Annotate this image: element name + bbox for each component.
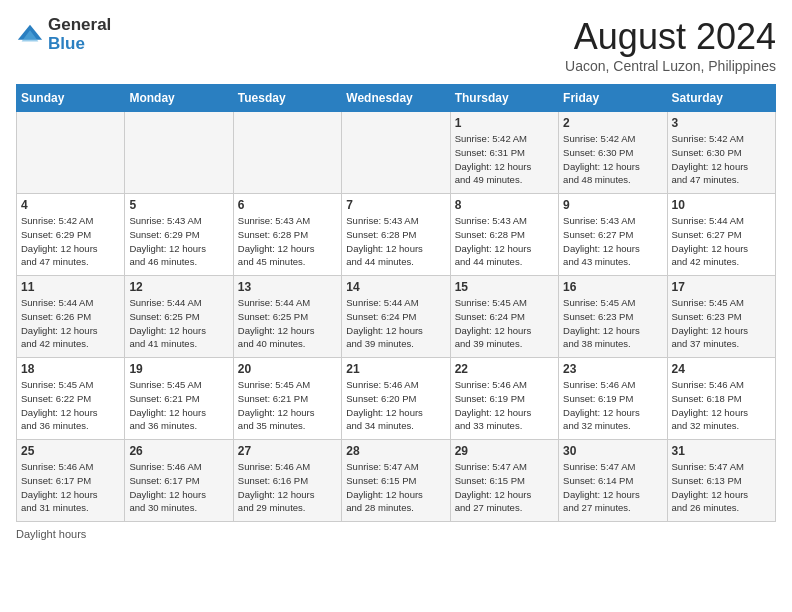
calendar-cell: 29Sunrise: 5:47 AMSunset: 6:15 PMDayligh… [450, 440, 558, 522]
calendar-cell: 14Sunrise: 5:44 AMSunset: 6:24 PMDayligh… [342, 276, 450, 358]
day-info: Sunrise: 5:43 AMSunset: 6:27 PMDaylight:… [563, 214, 662, 269]
day-number: 24 [672, 362, 771, 376]
day-info: Sunrise: 5:43 AMSunset: 6:29 PMDaylight:… [129, 214, 228, 269]
footer: Daylight hours [16, 528, 776, 540]
day-info: Sunrise: 5:43 AMSunset: 6:28 PMDaylight:… [238, 214, 337, 269]
day-info: Sunrise: 5:44 AMSunset: 6:25 PMDaylight:… [129, 296, 228, 351]
day-info: Sunrise: 5:46 AMSunset: 6:16 PMDaylight:… [238, 460, 337, 515]
day-number: 14 [346, 280, 445, 294]
calendar-cell: 4Sunrise: 5:42 AMSunset: 6:29 PMDaylight… [17, 194, 125, 276]
logo-icon [16, 21, 44, 49]
calendar-cell: 15Sunrise: 5:45 AMSunset: 6:24 PMDayligh… [450, 276, 558, 358]
day-info: Sunrise: 5:42 AMSunset: 6:29 PMDaylight:… [21, 214, 120, 269]
day-number: 11 [21, 280, 120, 294]
day-info: Sunrise: 5:47 AMSunset: 6:14 PMDaylight:… [563, 460, 662, 515]
calendar-cell: 22Sunrise: 5:46 AMSunset: 6:19 PMDayligh… [450, 358, 558, 440]
day-number: 17 [672, 280, 771, 294]
day-info: Sunrise: 5:46 AMSunset: 6:19 PMDaylight:… [455, 378, 554, 433]
day-number: 4 [21, 198, 120, 212]
day-info: Sunrise: 5:46 AMSunset: 6:18 PMDaylight:… [672, 378, 771, 433]
day-info: Sunrise: 5:43 AMSunset: 6:28 PMDaylight:… [346, 214, 445, 269]
calendar-cell: 23Sunrise: 5:46 AMSunset: 6:19 PMDayligh… [559, 358, 667, 440]
calendar-week-row: 25Sunrise: 5:46 AMSunset: 6:17 PMDayligh… [17, 440, 776, 522]
day-number: 21 [346, 362, 445, 376]
weekday-header-row: SundayMondayTuesdayWednesdayThursdayFrid… [17, 85, 776, 112]
calendar-table: SundayMondayTuesdayWednesdayThursdayFrid… [16, 84, 776, 522]
day-number: 6 [238, 198, 337, 212]
weekday-header-friday: Friday [559, 85, 667, 112]
day-info: Sunrise: 5:45 AMSunset: 6:21 PMDaylight:… [238, 378, 337, 433]
day-number: 9 [563, 198, 662, 212]
logo: General Blue [16, 16, 111, 53]
calendar-cell: 25Sunrise: 5:46 AMSunset: 6:17 PMDayligh… [17, 440, 125, 522]
day-number: 15 [455, 280, 554, 294]
calendar-cell: 31Sunrise: 5:47 AMSunset: 6:13 PMDayligh… [667, 440, 775, 522]
day-number: 10 [672, 198, 771, 212]
day-number: 31 [672, 444, 771, 458]
weekday-header-monday: Monday [125, 85, 233, 112]
calendar-cell: 19Sunrise: 5:45 AMSunset: 6:21 PMDayligh… [125, 358, 233, 440]
day-info: Sunrise: 5:46 AMSunset: 6:20 PMDaylight:… [346, 378, 445, 433]
calendar-week-row: 4Sunrise: 5:42 AMSunset: 6:29 PMDaylight… [17, 194, 776, 276]
calendar-cell: 30Sunrise: 5:47 AMSunset: 6:14 PMDayligh… [559, 440, 667, 522]
calendar-cell: 17Sunrise: 5:45 AMSunset: 6:23 PMDayligh… [667, 276, 775, 358]
day-number: 7 [346, 198, 445, 212]
day-info: Sunrise: 5:44 AMSunset: 6:25 PMDaylight:… [238, 296, 337, 351]
day-number: 23 [563, 362, 662, 376]
day-info: Sunrise: 5:42 AMSunset: 6:30 PMDaylight:… [672, 132, 771, 187]
day-info: Sunrise: 5:45 AMSunset: 6:23 PMDaylight:… [563, 296, 662, 351]
day-info: Sunrise: 5:43 AMSunset: 6:28 PMDaylight:… [455, 214, 554, 269]
calendar-cell [125, 112, 233, 194]
day-info: Sunrise: 5:42 AMSunset: 6:30 PMDaylight:… [563, 132, 662, 187]
day-number: 20 [238, 362, 337, 376]
day-number: 28 [346, 444, 445, 458]
logo-general: General [48, 16, 111, 35]
calendar-cell [233, 112, 341, 194]
calendar-cell: 2Sunrise: 5:42 AMSunset: 6:30 PMDaylight… [559, 112, 667, 194]
logo-blue: Blue [48, 35, 111, 54]
calendar-cell: 18Sunrise: 5:45 AMSunset: 6:22 PMDayligh… [17, 358, 125, 440]
daylight-label: Daylight hours [16, 528, 86, 540]
day-number: 30 [563, 444, 662, 458]
day-info: Sunrise: 5:44 AMSunset: 6:24 PMDaylight:… [346, 296, 445, 351]
calendar-cell: 13Sunrise: 5:44 AMSunset: 6:25 PMDayligh… [233, 276, 341, 358]
day-info: Sunrise: 5:47 AMSunset: 6:13 PMDaylight:… [672, 460, 771, 515]
day-number: 26 [129, 444, 228, 458]
day-number: 5 [129, 198, 228, 212]
calendar-cell: 8Sunrise: 5:43 AMSunset: 6:28 PMDaylight… [450, 194, 558, 276]
day-number: 19 [129, 362, 228, 376]
calendar-cell: 7Sunrise: 5:43 AMSunset: 6:28 PMDaylight… [342, 194, 450, 276]
logo-text: General Blue [48, 16, 111, 53]
location-subtitle: Uacon, Central Luzon, Philippines [565, 58, 776, 74]
weekday-header-thursday: Thursday [450, 85, 558, 112]
day-info: Sunrise: 5:44 AMSunset: 6:27 PMDaylight:… [672, 214, 771, 269]
calendar-cell: 20Sunrise: 5:45 AMSunset: 6:21 PMDayligh… [233, 358, 341, 440]
day-number: 29 [455, 444, 554, 458]
calendar-cell: 24Sunrise: 5:46 AMSunset: 6:18 PMDayligh… [667, 358, 775, 440]
calendar-cell [342, 112, 450, 194]
day-info: Sunrise: 5:45 AMSunset: 6:23 PMDaylight:… [672, 296, 771, 351]
weekday-header-saturday: Saturday [667, 85, 775, 112]
weekday-header-sunday: Sunday [17, 85, 125, 112]
day-number: 22 [455, 362, 554, 376]
day-number: 18 [21, 362, 120, 376]
month-year-title: August 2024 [565, 16, 776, 58]
title-block: August 2024 Uacon, Central Luzon, Philip… [565, 16, 776, 74]
day-number: 1 [455, 116, 554, 130]
calendar-cell [17, 112, 125, 194]
calendar-week-row: 1Sunrise: 5:42 AMSunset: 6:31 PMDaylight… [17, 112, 776, 194]
day-info: Sunrise: 5:45 AMSunset: 6:24 PMDaylight:… [455, 296, 554, 351]
calendar-week-row: 18Sunrise: 5:45 AMSunset: 6:22 PMDayligh… [17, 358, 776, 440]
day-number: 8 [455, 198, 554, 212]
day-info: Sunrise: 5:47 AMSunset: 6:15 PMDaylight:… [455, 460, 554, 515]
calendar-cell: 9Sunrise: 5:43 AMSunset: 6:27 PMDaylight… [559, 194, 667, 276]
day-number: 3 [672, 116, 771, 130]
calendar-cell: 28Sunrise: 5:47 AMSunset: 6:15 PMDayligh… [342, 440, 450, 522]
day-number: 12 [129, 280, 228, 294]
day-info: Sunrise: 5:46 AMSunset: 6:17 PMDaylight:… [129, 460, 228, 515]
calendar-cell: 3Sunrise: 5:42 AMSunset: 6:30 PMDaylight… [667, 112, 775, 194]
calendar-cell: 26Sunrise: 5:46 AMSunset: 6:17 PMDayligh… [125, 440, 233, 522]
calendar-cell: 10Sunrise: 5:44 AMSunset: 6:27 PMDayligh… [667, 194, 775, 276]
day-info: Sunrise: 5:44 AMSunset: 6:26 PMDaylight:… [21, 296, 120, 351]
day-info: Sunrise: 5:46 AMSunset: 6:19 PMDaylight:… [563, 378, 662, 433]
